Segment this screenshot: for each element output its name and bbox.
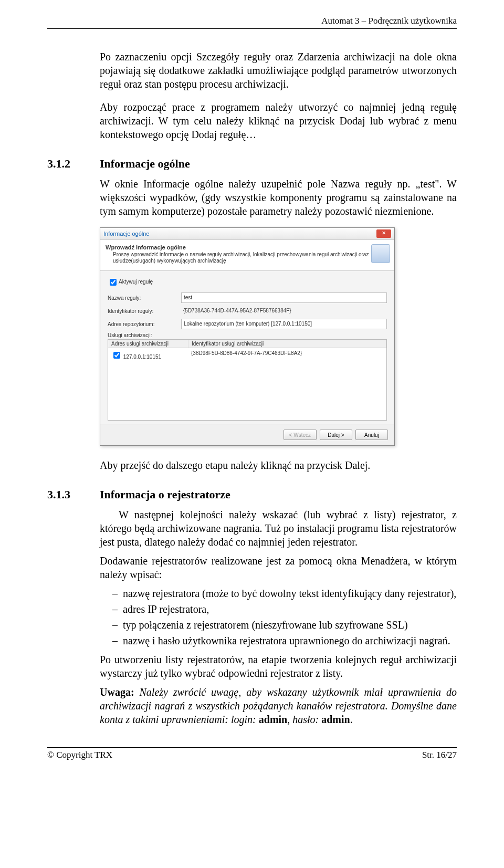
rule-id-value: {5D738A36-744D-447A-95A2-87F58766384F} xyxy=(181,306,387,316)
service-row-checkbox[interactable] xyxy=(113,352,120,359)
dialog-titlebar: Informacje ogólne ✕ xyxy=(100,228,394,240)
activate-rule-input[interactable] xyxy=(110,279,117,286)
sec312-paragraph: W oknie Informacje ogólne należy uzupełn… xyxy=(100,177,457,218)
cancel-button[interactable]: Anuluj xyxy=(355,430,388,440)
list-item: typ połączenia z rejestratorem (nieszyfr… xyxy=(112,618,457,632)
sec313-p2: Dodawanie rejestratorów realizowane jest… xyxy=(100,554,457,581)
footer-left: © Copyright TRX xyxy=(47,750,112,760)
next-button[interactable]: Dalej > xyxy=(320,430,352,440)
services-header-address: Adres usługi archiwizacji xyxy=(108,340,188,348)
intro-paragraph-2: Aby rozpocząć prace z programem należy u… xyxy=(100,100,457,141)
rule-id-label: Identyfikator reguły: xyxy=(108,308,181,314)
rule-name-input[interactable]: test xyxy=(181,292,387,303)
list-item: nazwę rejestratora (może to być dowolny … xyxy=(112,587,457,600)
sec313-list: nazwę rejestratora (może to być dowolny … xyxy=(100,587,457,647)
heading-number: 3.1.2 xyxy=(47,157,100,171)
rule-name-label: Nazwa reguły: xyxy=(108,295,181,301)
services-table: Adres usługi archiwizacji Identyfikator … xyxy=(108,339,387,421)
sec313-note: Uwaga: Należy zwrócić uwagę, aby wskazan… xyxy=(100,685,457,726)
heading-number: 3.1.3 xyxy=(47,488,100,501)
note-haslo-label: , hasło: xyxy=(287,714,321,725)
sec313-p1: W następnej kolejności należy wskazać (l… xyxy=(100,508,457,549)
dialog-header: Wprowadź informacje ogólne Proszę wprowa… xyxy=(100,240,394,271)
services-row[interactable]: 127.0.0.1:10151 {38D98F5D-8D86-4742-9F7A… xyxy=(108,348,386,362)
heading-title: Informacja o rejestratorze xyxy=(100,488,230,501)
heading-3-1-2: 3.1.2Informacje ogólne xyxy=(47,157,457,171)
after-dialog-paragraph: Aby przejść do dalszego etapu należy kli… xyxy=(100,458,457,472)
sec313-content: W następnej kolejności należy wskazać (l… xyxy=(100,508,457,726)
service-address: 127.0.0.1:10151 xyxy=(123,354,161,360)
dialog-icon xyxy=(371,244,390,263)
footer-right: Str. 16/27 xyxy=(422,750,457,760)
close-icon[interactable]: ✕ xyxy=(376,229,391,238)
dialog-title: Informacje ogólne xyxy=(103,231,149,237)
dialog-buttons: < Wstecz Dalej > Anuluj xyxy=(100,424,394,445)
back-button: < Wstecz xyxy=(284,430,317,440)
note-admin-login: admin xyxy=(259,714,287,725)
services-header-id: Identyfikator usługi archiwizacji xyxy=(188,340,386,348)
dialog-header-title: Wprowadź informacje ogólne xyxy=(106,244,369,250)
service-id: {38D98F5D-8D86-4742-9F7A-79C463DFE8A2} xyxy=(188,349,386,361)
list-item: adres IP rejestratora, xyxy=(112,602,457,616)
activate-rule-label: Aktywuj regułę xyxy=(119,279,153,285)
intro-paragraph-1: Po zaznaczeniu opcji Szczegóły reguły or… xyxy=(100,50,457,91)
list-item: nazwę i hasło użytkownika rejestratora u… xyxy=(112,634,457,647)
activate-rule-checkbox[interactable]: Aktywuj regułę xyxy=(108,277,387,287)
heading-title: Informacje ogólne xyxy=(100,157,190,170)
repo-address-select[interactable]: Lokalne repozytorium (ten komputer) [127… xyxy=(181,319,387,329)
page-header: Automat 3 – Podręcznik użytkownika xyxy=(47,16,457,28)
dialog-informacje-ogolne: Informacje ogólne ✕ Wprowadź informacje … xyxy=(100,227,395,446)
sec313-p3: Po utworzeniu listy rejestratorów, na et… xyxy=(100,653,457,680)
services-label: Usługi archiwizacji: xyxy=(108,332,387,338)
note-admin-pass: admin xyxy=(321,714,350,725)
repo-address-label: Adres repozytorium: xyxy=(108,321,181,327)
page-footer: © Copyright TRX Str. 16/27 xyxy=(47,747,457,760)
note-label: Uwaga: xyxy=(100,686,134,698)
dialog-body: Aktywuj regułę Nazwa reguły: test Identy… xyxy=(100,271,394,424)
heading-3-1-3: 3.1.3Informacja o rejestratorze xyxy=(47,488,457,501)
dialog-header-subtitle: Proszę wprowadzić informacje o nazwie re… xyxy=(106,252,369,264)
header-rule xyxy=(47,28,457,29)
